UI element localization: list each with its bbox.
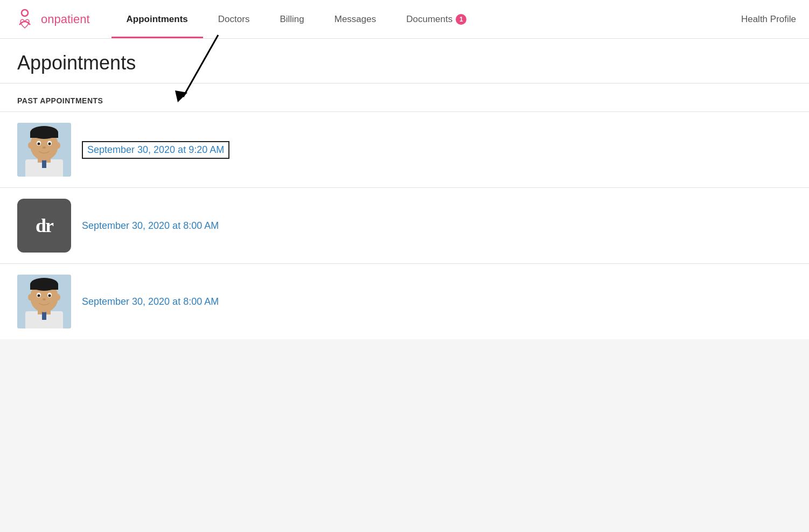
svg-point-0 (22, 10, 28, 16)
appointment-info-3: September 30, 2020 at 8:00 AM (82, 296, 792, 307)
appointment-avatar-2: dr (17, 199, 71, 253)
svg-point-14 (43, 146, 46, 149)
appointment-item-3[interactable]: September 30, 2020 at 8:00 AM (0, 264, 809, 339)
appointment-item-2[interactable]: dr September 30, 2020 at 8:00 AM (0, 188, 809, 264)
appointment-info-1: September 30, 2020 at 9:20 AM (82, 141, 792, 159)
svg-point-15 (28, 142, 32, 149)
nav-item-doctors[interactable]: Doctors (203, 0, 265, 38)
appointment-date-3: September 30, 2020 at 8:00 AM (82, 296, 219, 307)
page-header: Appointments (0, 39, 809, 83)
header: onpatient Appointments Doctors Billing M… (0, 0, 809, 39)
svg-point-30 (56, 294, 60, 300)
logo-area[interactable]: onpatient (13, 8, 90, 31)
svg-point-26 (38, 295, 40, 297)
svg-point-27 (48, 295, 51, 297)
nav-item-documents[interactable]: Documents 1 (391, 0, 482, 38)
logo-text: onpatient (41, 12, 90, 26)
appointment-list: September 30, 2020 at 9:20 AM dr Septemb… (0, 111, 809, 339)
appointment-info-2: September 30, 2020 at 8:00 AM (82, 220, 792, 232)
page-content: Appointments PAST APPOINTMENTS (0, 39, 809, 532)
svg-point-16 (56, 142, 60, 149)
nav-item-appointments[interactable]: Appointments (111, 0, 203, 38)
page-title: Appointments (17, 52, 792, 74)
nav-item-billing[interactable]: Billing (264, 0, 319, 38)
svg-point-12 (38, 143, 40, 145)
dr-placeholder-text: dr (36, 214, 53, 237)
appointment-date-1: September 30, 2020 at 9:20 AM (82, 141, 229, 159)
nav-right: Health Profile (741, 14, 796, 25)
svg-point-29 (28, 294, 32, 300)
documents-badge: 1 (456, 14, 466, 25)
appointment-avatar-3 (17, 275, 71, 328)
svg-point-28 (43, 298, 46, 300)
main-nav: Appointments Doctors Billing Messages Do… (111, 0, 482, 38)
logo-icon (13, 8, 37, 31)
appointments-section: PAST APPOINTMENTS (0, 83, 809, 339)
svg-point-13 (48, 143, 51, 145)
appointment-date-2: September 30, 2020 at 8:00 AM (82, 220, 219, 231)
appointment-avatar-1 (17, 123, 71, 177)
nav-item-health-profile[interactable]: Health Profile (741, 14, 796, 25)
svg-rect-23 (30, 284, 58, 290)
section-header-past: PAST APPOINTMENTS (0, 83, 809, 111)
appointment-item-1[interactable]: September 30, 2020 at 9:20 AM (0, 112, 809, 188)
nav-item-messages[interactable]: Messages (319, 0, 391, 38)
svg-rect-9 (30, 132, 58, 138)
